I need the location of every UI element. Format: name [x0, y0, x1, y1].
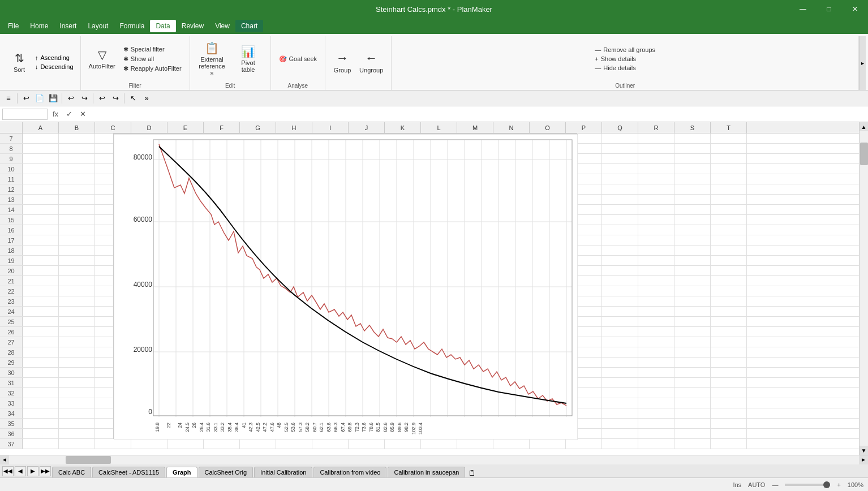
goal-seek-button[interactable]: 🎯 Goal seek [276, 54, 321, 64]
cell-37-17[interactable] [638, 439, 674, 449]
cell-29-1[interactable] [59, 358, 95, 367]
cell-25-1[interactable] [59, 317, 95, 326]
cell-8-16[interactable] [602, 144, 638, 153]
cell-19-19[interactable] [711, 256, 747, 265]
cell-26-1[interactable] [59, 327, 95, 337]
cell-36-0[interactable] [23, 429, 59, 438]
cell-10-18[interactable] [674, 164, 711, 174]
cell-18-19[interactable] [711, 246, 747, 255]
cell-22-18[interactable] [674, 286, 711, 296]
cell-35-16[interactable] [602, 419, 638, 428]
cell-11-17[interactable] [638, 174, 674, 184]
cell-22-0[interactable] [23, 286, 59, 296]
extra-btn[interactable]: » [140, 92, 153, 105]
cell-29-16[interactable] [602, 358, 638, 367]
cell-34-18[interactable] [674, 408, 711, 418]
cell-37-6[interactable] [240, 439, 276, 449]
cell-37-3[interactable] [131, 439, 167, 449]
cell-32-18[interactable] [674, 388, 711, 398]
cell-28-16[interactable] [602, 347, 638, 357]
scroll-thumb[interactable] [860, 143, 868, 165]
cell-25-17[interactable] [638, 317, 674, 326]
cell-13-19[interactable] [711, 195, 747, 204]
cell-8-19[interactable] [711, 144, 747, 153]
cell-29-17[interactable] [638, 358, 674, 367]
cell-15-19[interactable] [711, 215, 747, 225]
cell-25-0[interactable] [23, 317, 59, 326]
cell-36-16[interactable] [602, 429, 638, 438]
sheet-tab-graph[interactable]: Graph [166, 467, 197, 477]
cancel-formula-button[interactable]: ✕ [77, 109, 88, 120]
cell-20-19[interactable] [711, 266, 747, 275]
cell-24-0[interactable] [23, 307, 59, 316]
cell-23-19[interactable] [711, 296, 747, 306]
cell-24-18[interactable] [674, 307, 711, 316]
zoom-out-btn[interactable]: — [772, 481, 778, 488]
cell-20-0[interactable] [23, 266, 59, 275]
remove-all-groups-button[interactable]: — Remove all groups [591, 45, 659, 54]
cell-27-1[interactable] [59, 337, 95, 347]
cell-16-18[interactable] [674, 225, 711, 235]
cell-33-17[interactable] [638, 398, 674, 408]
cell-9-0[interactable] [23, 154, 59, 163]
scroll-track[interactable] [860, 131, 869, 446]
scroll-right-button[interactable]: ► [859, 455, 868, 464]
cell-26-17[interactable] [638, 327, 674, 337]
cell-37-19[interactable] [711, 439, 747, 449]
cell-35-19[interactable] [711, 419, 747, 428]
cell-12-0[interactable] [23, 184, 59, 194]
cell-27-0[interactable] [23, 337, 59, 347]
cell-18-1[interactable] [59, 246, 95, 255]
cell-10-19[interactable] [711, 164, 747, 174]
cell-37-5[interactable] [204, 439, 240, 449]
menu-icon-btn[interactable]: ≡ [2, 92, 15, 105]
cell-22-16[interactable] [602, 286, 638, 296]
cell-36-18[interactable] [674, 429, 711, 438]
cell-29-0[interactable] [23, 358, 59, 367]
cell-18-0[interactable] [23, 246, 59, 255]
cell-29-19[interactable] [711, 358, 747, 367]
cell-7-17[interactable] [638, 133, 674, 143]
cell-28-0[interactable] [23, 347, 59, 357]
cell-37-12[interactable] [457, 439, 493, 449]
close-button[interactable]: ✕ [842, 0, 868, 18]
menu-chart[interactable]: Chart [235, 20, 263, 32]
cell-31-19[interactable] [711, 378, 747, 387]
ascending-button[interactable]: ↑ Ascending [33, 53, 76, 62]
cell-17-0[interactable] [23, 235, 59, 245]
cell-25-16[interactable] [602, 317, 638, 326]
cell-37-9[interactable] [349, 439, 385, 449]
save-btn[interactable]: 💾 [47, 92, 59, 105]
cell-10-17[interactable] [638, 164, 674, 174]
cell-23-18[interactable] [674, 296, 711, 306]
cell-7-16[interactable] [602, 133, 638, 143]
cell-26-18[interactable] [674, 327, 711, 337]
cell-34-1[interactable] [59, 408, 95, 418]
cell-16-19[interactable] [711, 225, 747, 235]
sort-button[interactable]: ⇅ Sort [7, 45, 32, 79]
cell-21-18[interactable] [674, 276, 711, 286]
cell-34-16[interactable] [602, 408, 638, 418]
clipboard-btn[interactable]: 📄 [33, 92, 46, 105]
cell-19-18[interactable] [674, 256, 711, 265]
cell-35-0[interactable] [23, 419, 59, 428]
cell-20-17[interactable] [638, 266, 674, 275]
fx-button[interactable]: fx [50, 109, 61, 120]
spreadsheet-grid[interactable]: A B C D E F G H I J K L M N O P Q R S T [0, 122, 859, 455]
cell-20-1[interactable] [59, 266, 95, 275]
cell-11-16[interactable] [602, 174, 638, 184]
reapply-autofilter-button[interactable]: ✱ Reapply AutoFilter [120, 64, 185, 74]
descending-button[interactable]: ↓ Descending [33, 62, 76, 71]
formula-input[interactable] [91, 110, 866, 118]
scroll-up-button[interactable]: ▲ [860, 122, 869, 131]
cell-9-19[interactable] [711, 154, 747, 163]
cell-26-0[interactable] [23, 327, 59, 337]
undo2-btn[interactable]: ↩ [65, 92, 77, 105]
cell-8-18[interactable] [674, 144, 711, 153]
cell-14-17[interactable] [638, 205, 674, 214]
cell-11-18[interactable] [674, 174, 711, 184]
cell-20-16[interactable] [602, 266, 638, 275]
cell-35-1[interactable] [59, 419, 95, 428]
menu-file[interactable]: File [2, 20, 24, 32]
cell-12-17[interactable] [638, 184, 674, 194]
